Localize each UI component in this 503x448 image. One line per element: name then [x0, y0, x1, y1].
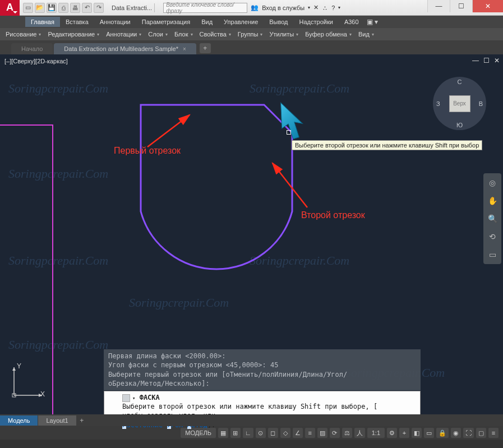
window-controls: — ☐ ✕ [427, 0, 503, 12]
signin-icon[interactable]: 👥 [251, 4, 259, 11]
ucs-y-label: Y [17, 362, 21, 370]
sb-customize-icon[interactable]: ≡ [488, 428, 499, 438]
vp-maximize[interactable]: ☐ [483, 57, 490, 64]
tab-addins[interactable]: Надстройки [294, 17, 339, 27]
cmd-history-line: Угол фаски с первым отрезком <45,0000>: … [108, 361, 416, 370]
annotation-arrow-2 [268, 160, 313, 210]
viewcube-west[interactable]: З [436, 100, 440, 107]
quick-access-toolbar: ▭ 📂 💾 ⎙ 🖶 ↶ ↷ [23, 3, 104, 13]
tab-output[interactable]: Вывод [264, 17, 293, 27]
nav-zoom-icon[interactable]: 🔍 [486, 213, 499, 225]
viewcube-top-face[interactable]: Верх [449, 95, 470, 112]
drawing-canvas[interactable]: [–][Сверху][2D-каркас] — ☐ ✕ Soringpcrep… [0, 54, 503, 426]
infocenter: 👥 Вход в службы▾ ✕ ⛬ ?▾ [251, 4, 340, 11]
sb-cleanscreen-icon[interactable]: ▢ [476, 428, 486, 438]
svg-line-1 [273, 163, 307, 207]
viewcube-east[interactable]: В [479, 100, 483, 107]
maximize-button[interactable]: ☐ [450, 0, 472, 12]
cmd-prompt: Выберите второй отрезок или нажмите клав… [122, 403, 370, 410]
cmd-history-line: Первая длина фаски <2000.00>: [108, 352, 416, 361]
open-icon[interactable]: 📂 [35, 3, 45, 13]
tab-home[interactable]: Главная [25, 17, 60, 27]
panel-annotation[interactable]: Аннотации▾ [103, 29, 145, 39]
viewport-controls: — ☐ ✕ [472, 57, 500, 64]
viewcube-south[interactable]: Ю [456, 122, 463, 128]
layout-tabs: Модель Layout1 + [0, 414, 503, 426]
panel-layers[interactable]: Слои▾ [145, 29, 171, 39]
tab-manage[interactable]: Управление [218, 17, 264, 27]
viewcube-north[interactable]: С [458, 78, 462, 85]
help-icon[interactable]: ? [331, 4, 335, 11]
tab-model[interactable]: Модель [0, 415, 38, 426]
a360-icon[interactable]: ⛬ [322, 4, 328, 11]
vp-minimize[interactable]: — [472, 57, 479, 64]
document-title: Data Extracti... [112, 4, 152, 11]
cmd-icon [122, 394, 130, 402]
navigation-bar: ◎ ✋ 🔍 ⟲ ▭ [483, 173, 501, 264]
annotation-label-1: Первый отрезок [114, 146, 181, 156]
command-tooltip: Выберите второй отрезок или нажмите клав… [292, 140, 482, 150]
tab-a360[interactable]: A360 [339, 17, 364, 27]
tab-annotate[interactable]: Аннотации [94, 17, 136, 27]
pick-cursor [287, 130, 291, 135]
sb-quickprops-icon[interactable]: ▭ [424, 428, 434, 438]
new-icon[interactable]: ▭ [23, 3, 33, 13]
title-bar: A ▭ 📂 💾 ⎙ 🖶 ↶ ↷ Data Extracti... Введите… [0, 0, 503, 16]
print-icon[interactable]: 🖶 [70, 3, 80, 13]
sb-isolate-icon[interactable]: ◉ [451, 428, 461, 438]
save-icon[interactable]: 💾 [47, 3, 57, 13]
cmd-name: ФАСКА [140, 394, 160, 401]
panel-properties[interactable]: Свойства▾ [196, 29, 234, 39]
cmd-history-line: оБрезка/Метод/Несколько]: [108, 379, 416, 388]
tab-start[interactable]: Начало [11, 43, 53, 54]
tab-document[interactable]: Data Extraction and Multileaders Sample*… [54, 43, 196, 54]
minimize-button[interactable]: — [427, 0, 450, 12]
panel-draw[interactable]: Рисование▾ [2, 29, 44, 39]
panel-view[interactable]: Вид▾ [355, 29, 377, 39]
close-button[interactable]: ✕ [472, 0, 503, 12]
ribbon-panels: Рисование▾ Редактирование▾ Аннотации▾ Сл… [0, 28, 503, 40]
nav-wheel-icon[interactable]: ◎ [486, 177, 499, 189]
panel-block[interactable]: Блок▾ [171, 29, 196, 39]
nav-pan-icon[interactable]: ✋ [486, 195, 499, 207]
ucs-x-label: X [40, 390, 45, 398]
panel-clipboard[interactable]: Буфер обмена▾ [302, 29, 355, 39]
annotation-arrow-1 [145, 110, 195, 150]
vp-close[interactable]: ✕ [494, 57, 500, 64]
command-history: Первая длина фаски <2000.00>: Угол фаски… [104, 349, 421, 390]
ribbon-expand-icon[interactable]: ▣ ▾ [367, 18, 378, 26]
viewport-label[interactable]: [–][Сверху][2D-каркас] [4, 58, 68, 64]
sb-lock-icon[interactable]: 🔒 [436, 428, 449, 438]
close-tab-icon[interactable]: × [183, 46, 186, 52]
tab-parametric[interactable]: Параметризация [136, 17, 196, 27]
tab-insert[interactable]: Вставка [60, 17, 94, 27]
tab-layout1[interactable]: Layout1 [38, 415, 76, 426]
nav-orbit-icon[interactable]: ⟲ [486, 230, 499, 243]
app-menu-button[interactable]: A [0, 0, 20, 16]
undo-icon[interactable]: ↶ [82, 3, 92, 13]
watermark: Soringpcrepair.Com [8, 81, 108, 96]
sb-hardware-icon[interactable]: ⛶ [463, 428, 474, 438]
cursor-indicator-arrow [275, 102, 308, 141]
svg-line-0 [147, 115, 190, 147]
new-tab-button[interactable]: + [200, 43, 211, 53]
nav-showmotion-icon[interactable]: ▭ [486, 248, 499, 261]
cmd-history-line: Выберите первый отрезок или [оТменить/по… [108, 370, 416, 379]
tab-view[interactable]: Вид [196, 17, 218, 27]
signin-button[interactable]: Вход в службы [262, 4, 304, 11]
search-input[interactable]: Введите ключевое слово/фразу [163, 3, 247, 13]
exchange-icon[interactable]: ✕ [313, 4, 319, 11]
saveas-icon[interactable]: ⎙ [58, 3, 68, 13]
ribbon-tabs: Главная Вставка Аннотации Параметризация… [0, 16, 503, 28]
panel-utilities[interactable]: Утилиты▾ [266, 29, 302, 39]
add-layout-button[interactable]: + [77, 417, 87, 424]
file-tabs: Начало Data Extraction and Multileaders … [0, 40, 503, 54]
tab-document-label: Data Extraction and Multileaders Sample* [64, 45, 178, 52]
redo-icon[interactable]: ↷ [94, 3, 104, 13]
viewcube[interactable]: Верх С Ю В З [433, 77, 486, 130]
panel-modify[interactable]: Редактирование▾ [44, 29, 103, 39]
annotation-label-2: Второй отрезок [301, 210, 365, 220]
svg-marker-5 [12, 367, 16, 371]
panel-groups[interactable]: Группы▾ [234, 29, 266, 39]
